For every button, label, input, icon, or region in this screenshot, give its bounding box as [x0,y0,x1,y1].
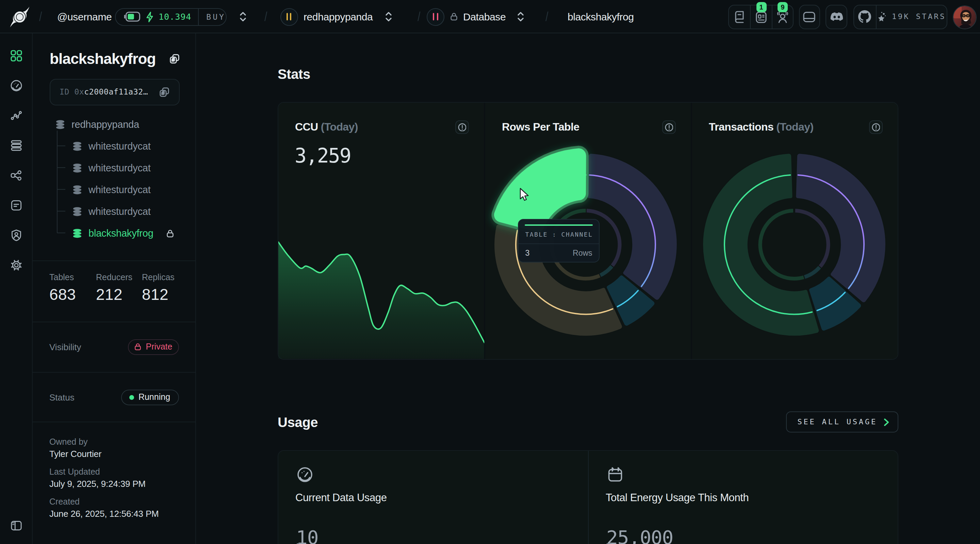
topbar: / @username 10.394 BUY / redhappypanda /… [0,0,980,33]
sidebar-stat-reducers: Reducers212 [96,273,142,304]
tooltip-accent-line [525,224,593,225]
workflow-icon [10,169,23,182]
meta-value: July 9, 2025, 9:24:39 PM [49,479,146,489]
identity-switcher-chevrons[interactable] [385,0,392,33]
tree-item-blackshakyfrog-active[interactable]: blackshakyfrog [72,228,174,239]
sidebar-divider [33,260,196,261]
identity-breadcrumb[interactable]: redhappypanda [304,0,372,33]
tree-item-label: whitesturdycat [89,184,151,195]
status-badge[interactable]: Running [121,389,179,405]
database-icon [72,141,82,151]
panel-collapse-icon [10,519,23,533]
rail-item-grid[interactable] [10,49,23,63]
app-root: / @username 10.394 BUY / redhappypanda /… [0,0,980,544]
tree-parent-redhappypanda[interactable]: redhappypanda [55,119,139,130]
rail-item-activity-graph[interactable] [10,109,23,122]
sidebar-stat-replicas: Replicas812 [142,273,179,304]
sidebar-divider [33,372,196,372]
transactions-info-button[interactable] [869,121,883,134]
database-sidebar: blackshakyfrog ID 0xc2000af11a32… redhap… [33,33,196,544]
database-breadcrumb[interactable]: blackshakyfrog [568,0,634,33]
ccu-info-button[interactable] [455,121,469,134]
rail-item-note[interactable] [10,198,23,212]
rail-item-workflow[interactable] [10,169,23,182]
tree-item-whitesturdycat[interactable]: whitesturdycat [72,141,174,152]
transactions-donut-chart[interactable] [692,103,898,359]
community-button[interactable]: 9 [772,5,793,28]
usage-header-row: SEE ALL USAGE [278,411,898,433]
stat-value: 812 [142,285,179,304]
gauge-icon [296,465,314,483]
database-icon [72,207,82,217]
status-label: Status [49,392,75,403]
alert-circle-icon [458,123,466,132]
module-switcher-chevrons[interactable] [517,0,524,33]
chevron-right-icon [883,418,889,426]
help-button-group: 1 9 [728,5,794,29]
github-icon [858,10,871,23]
rows-per-table-card: Rows Per Table TABLE : CHANNEL 3 Rows [485,103,691,359]
ccu-card-title: CCU (Today) [295,121,358,133]
rail-item-gauge[interactable] [10,79,23,92]
rail-item-rows-stack[interactable] [10,139,23,152]
user-avatar[interactable] [953,5,977,29]
people-icon [776,11,789,23]
see-all-usage-button[interactable]: SEE ALL USAGE [786,411,898,433]
visibility-badge[interactable]: Private [128,339,179,355]
database-icon [72,185,82,195]
github-stars-button[interactable]: 19K STARS [875,5,947,28]
buy-energy-button[interactable]: BUY [199,12,226,21]
card-title-row: Rows Per Table [502,121,676,133]
battery-icon [124,11,140,22]
app-logo[interactable] [10,0,30,33]
github-button[interactable] [854,5,875,28]
database-icon [72,228,82,238]
stars-count: 19K STARS [892,12,946,21]
module-status-icon[interactable] [427,0,444,33]
chart-tooltip: TABLE : CHANNEL 3 Rows [518,219,600,262]
changelog-button[interactable]: 1 [750,5,772,28]
shield-user-icon [10,228,23,242]
stat-label: Reducers [96,273,142,282]
sidebar-stat-tables: Tables683 [49,273,96,304]
rail-item-shield-user[interactable] [10,228,23,242]
docs-button[interactable] [729,5,750,28]
grid-icon [10,49,23,63]
tree-item-whitesturdycat[interactable]: whitesturdycat [72,184,174,195]
identity-status-icon[interactable] [280,0,298,33]
breadcrumb-separator: / [264,0,267,33]
tree-item-whitesturdycat[interactable]: whitesturdycat [72,163,174,173]
discord-button[interactable] [826,5,847,29]
username-breadcrumb[interactable]: @username [57,0,111,33]
meta-value: June 26, 2025, 12:56:43 PM [49,509,159,519]
database-icon [72,163,82,173]
rows-info-button[interactable] [662,121,676,134]
usage-card-row: Current Data Usage 10 Bytes Total Energy… [278,450,898,544]
rows-card-title: Rows Per Table [502,121,579,133]
tooltip-value: 3 [525,249,530,257]
activity-graph-icon [10,109,23,122]
alert-circle-icon [872,123,880,132]
lock-icon [166,229,174,237]
github-group: 19K STARS [853,5,947,29]
tree-item-label: whitesturdycat [89,206,151,217]
sidebar-divider [33,321,196,322]
energy-switcher-chevrons[interactable] [240,0,247,33]
tree-item-whitesturdycat[interactable]: whitesturdycat [72,206,174,217]
ccu-area-chart [278,239,484,359]
transactions-card: Transactions (Today) [692,103,898,359]
visibility-label: Visibility [49,342,81,352]
usage-card-unit: Bytes [296,542,318,544]
rail-item-collapse-sidebar[interactable] [10,519,23,533]
panel-button[interactable] [799,5,820,29]
breadcrumb-separator: / [39,0,42,33]
usage-card-title: Current Data Usage [295,491,387,504]
module-breadcrumb[interactable]: Database [463,0,506,33]
rail-item-gear[interactable] [10,259,23,272]
energy-balance-pill[interactable]: 10.394 BUY [115,8,227,25]
tooltip-unit: Rows [573,249,592,257]
changelog-badge: 1 [756,2,766,12]
card-title-row: CCU (Today) [295,121,469,133]
tree-item-label: whitesturdycat [89,163,151,173]
stat-label: Replicas [142,273,179,282]
